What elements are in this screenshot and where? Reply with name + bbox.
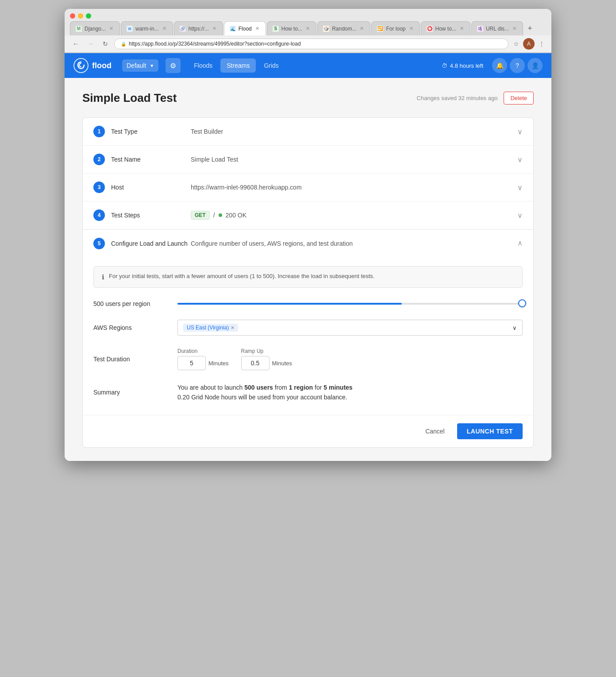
step-value-3: https://warm-inlet-99608.herokuapp.com xyxy=(191,184,517,191)
tab-label-random: Random... xyxy=(332,26,356,32)
nav-floods[interactable]: Floods xyxy=(188,58,219,73)
summary-line2: 0.20 Grid Node hours will be used from y… xyxy=(177,394,347,401)
users-row: 500 users per region xyxy=(93,300,523,307)
configure-description-text: Configure number of users, AWS regions, … xyxy=(191,240,353,247)
duration-section-label: Duration xyxy=(177,348,229,354)
footer-actions: Cancel LAUNCH TEST xyxy=(83,415,533,447)
step-number-4: 4 xyxy=(93,209,105,221)
region-tag-virginia: US East (Virginia) ✕ xyxy=(183,324,238,332)
profile-avatar[interactable]: A xyxy=(523,38,535,50)
configure-header[interactable]: 5 Configure Load and Launch Configure nu… xyxy=(83,229,533,257)
summary-for: for xyxy=(313,384,323,391)
app-logo[interactable]: flood xyxy=(73,58,112,73)
minimize-button[interactable] xyxy=(78,13,83,19)
tab-icon-url: dj xyxy=(477,26,483,32)
nav-links: Floods Streams Grids xyxy=(188,58,285,73)
tab-close-howto1[interactable]: ✕ xyxy=(305,26,311,31)
duration-input-row: Minutes xyxy=(177,356,229,370)
new-tab-button[interactable]: + xyxy=(524,21,536,35)
step-chevron-4: ∨ xyxy=(517,211,523,220)
workspace-chevron-icon: ▼ xyxy=(150,63,154,68)
launch-test-button[interactable]: LAUNCH TEST xyxy=(457,423,523,439)
step-row-3[interactable]: 3 Host https://warm-inlet-99608.herokuap… xyxy=(83,174,533,201)
maximize-button[interactable] xyxy=(86,13,91,19)
time-left-text: 4.8 hours left xyxy=(450,62,483,69)
tab-icon-howto2: ⭕ xyxy=(427,26,433,32)
summary-label: Summary xyxy=(93,389,169,396)
duration-unit: Minutes xyxy=(208,360,229,367)
refresh-button[interactable]: ↻ xyxy=(100,39,111,48)
tab-https[interactable]: 🔗 https://... ✕ xyxy=(174,21,223,35)
duration-input[interactable] xyxy=(177,356,206,370)
tab-close-django[interactable]: ✕ xyxy=(108,26,114,31)
close-button[interactable] xyxy=(70,13,75,19)
rampup-input[interactable] xyxy=(241,356,270,370)
help-button[interactable]: ? xyxy=(510,58,525,73)
tab-label-forloop: For loop xyxy=(386,26,405,32)
tab-close-url[interactable]: ✕ xyxy=(512,26,517,31)
tab-url[interactable]: dj URL dis... ✕ xyxy=(471,21,523,35)
summary-text: You are about to launch 500 users from 1… xyxy=(177,383,523,402)
http-method-badge: GET xyxy=(191,211,210,220)
tab-close-flood[interactable]: ✕ xyxy=(254,26,260,31)
tab-howto2[interactable]: ⭕ How to... ✕ xyxy=(421,21,470,35)
notifications-button[interactable]: 🔔 xyxy=(492,58,507,73)
region-tag-remove[interactable]: ✕ xyxy=(231,325,235,331)
timer-icon: ⏱ xyxy=(442,62,447,69)
rampup-section-label: Ramp Up xyxy=(241,348,293,354)
info-icon: ℹ xyxy=(102,273,104,281)
tab-close-howto2[interactable]: ✕ xyxy=(459,26,465,31)
tab-forloop[interactable]: 🔁 For loop ✕ xyxy=(371,21,420,35)
nav-right-buttons: 🔔 ? 👤 xyxy=(492,58,543,73)
step-label-5: Configure Load and Launch xyxy=(111,240,191,247)
tab-icon-howto1: S xyxy=(273,26,279,32)
tab-flood[interactable]: 🌊 Flood ✕ xyxy=(224,21,266,35)
page-title: Simple Load Test xyxy=(82,91,177,105)
browser-chrome: M Django... ✕ w warm-in... ✕ 🔗 https://.… xyxy=(65,9,551,53)
workspace-selector[interactable]: Default ▼ xyxy=(122,59,158,72)
tab-random[interactable]: 🎲 Random... ✕ xyxy=(317,21,370,35)
step-chevron-5: ∨ xyxy=(517,240,523,248)
more-options-icon[interactable]: ⋮ xyxy=(537,39,546,49)
step-value-text-2: Simple Load Test xyxy=(191,156,238,163)
tab-label-django: Django... xyxy=(85,26,106,32)
workspace-label: Default xyxy=(127,62,146,69)
tab-icon-django: M xyxy=(76,26,82,32)
region-select[interactable]: US East (Virginia) ✕ ∨ xyxy=(177,320,523,336)
url-field[interactable]: 🔒 https://app.flood.io/p/32364/streams/4… xyxy=(114,39,508,49)
rampup-input-row: Minutes xyxy=(241,356,293,370)
tab-howto1[interactable]: S How to... ✕ xyxy=(267,21,316,35)
step-value-text-4: 200 OK xyxy=(226,212,246,219)
rampup-unit: Minutes xyxy=(272,360,293,367)
settings-icon[interactable]: ⚙ xyxy=(166,58,181,73)
step-row-2[interactable]: 2 Test Name Simple Load Test ∨ xyxy=(83,146,533,174)
step-chevron-1: ∨ xyxy=(517,128,523,136)
step-row-4[interactable]: 4 Test Steps GET / 200 OK ∨ xyxy=(83,201,533,229)
bookmark-icon[interactable]: ☆ xyxy=(512,39,520,49)
time-left-display: ⏱ 4.8 hours left xyxy=(442,62,483,69)
back-button[interactable]: ← xyxy=(70,39,81,48)
cancel-button[interactable]: Cancel xyxy=(418,424,452,438)
nav-streams[interactable]: Streams xyxy=(220,58,256,73)
summary-users: 500 users xyxy=(244,384,273,391)
step-chevron-2: ∨ xyxy=(517,155,523,164)
tab-close-random[interactable]: ✕ xyxy=(359,26,365,31)
tab-close-warm[interactable]: ✕ xyxy=(162,26,167,31)
traffic-lights xyxy=(70,13,91,19)
forward-button[interactable]: → xyxy=(85,39,96,48)
tab-icon-random: 🎲 xyxy=(323,26,329,32)
slider-track[interactable] xyxy=(177,303,523,305)
status-dot-green xyxy=(219,213,222,217)
step-row-1[interactable]: 1 Test Type Test Builder ∨ xyxy=(83,118,533,146)
delete-button[interactable]: Delete xyxy=(504,92,534,104)
tab-warm[interactable]: w warm-in... ✕ xyxy=(121,21,173,35)
tab-icon-forloop: 🔁 xyxy=(377,26,383,32)
nav-grids[interactable]: Grids xyxy=(258,58,285,73)
tab-close-forloop[interactable]: ✕ xyxy=(408,26,414,31)
tab-django[interactable]: M Django... ✕ xyxy=(70,21,120,35)
tab-close-https[interactable]: ✕ xyxy=(212,26,217,31)
duration-row: Test Duration Duration Minutes Ramp Up xyxy=(93,348,523,370)
profile-button[interactable]: 👤 xyxy=(527,58,543,73)
slider-thumb[interactable] xyxy=(518,299,526,307)
lock-icon: 🔒 xyxy=(121,42,126,46)
